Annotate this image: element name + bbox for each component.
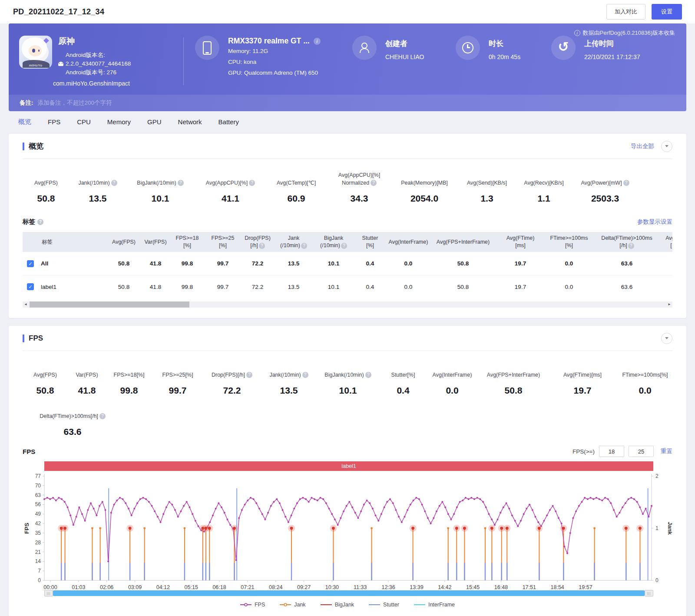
fps-point (288, 521, 289, 523)
tab-network[interactable]: Network (178, 118, 202, 126)
fps-chart-canvas[interactable]: 071421283542495663707701200:0001:0302:06… (23, 472, 672, 590)
settings-button[interactable]: 设置 (652, 4, 682, 20)
fps-point (238, 517, 240, 519)
help-icon[interactable]: ? (249, 180, 255, 186)
scroll-right-arrow[interactable]: ► (666, 301, 672, 308)
fps-point (180, 510, 182, 512)
table-hscroll-thumb[interactable] (30, 301, 189, 308)
help-icon[interactable]: ? (259, 243, 265, 249)
cell: 99.7 (205, 284, 241, 290)
checkbox-all[interactable]: ✓ (27, 260, 34, 267)
bigjank-marker (506, 527, 509, 530)
legend-jank[interactable]: Jank (280, 602, 305, 608)
device-cpu: CPU: kona (228, 56, 321, 67)
help-icon[interactable]: ? (111, 180, 117, 186)
fps-point (357, 517, 359, 519)
checkbox-label1[interactable]: ✓ (27, 283, 34, 290)
tab-gpu[interactable]: GPU (147, 118, 162, 126)
legend-interframe[interactable]: InterFrame (414, 602, 455, 608)
help-icon[interactable]: ? (99, 413, 106, 419)
table-hscrollbar[interactable]: ◄ ► (23, 301, 672, 308)
stat-label: Avg(Recv)[KB/s] (517, 171, 570, 187)
creator-label: 创建者 (385, 39, 424, 49)
fps-point (470, 497, 472, 499)
add-compare-button[interactable]: 加入对比 (606, 4, 645, 20)
legend-bigjank[interactable]: BigJank (321, 602, 354, 608)
cell: 41.8 (142, 260, 169, 267)
table-row-all[interactable]: ✓All50.841.899.899.772.213.510.10.40.050… (23, 252, 672, 275)
info-icon[interactable]: i (574, 30, 580, 36)
chart-scroll-track[interactable] (53, 590, 645, 596)
stat-avg-send-kb-s: Avg(Send)[KB/s]1.3 (457, 171, 517, 204)
param-display-settings-link[interactable]: 参数显示设置 (637, 218, 672, 226)
android-icon (58, 62, 63, 66)
stat-jank-10min: Jank(/10min)?13.5 (261, 363, 317, 396)
table-row-label1[interactable]: ✓label150.841.899.899.772.213.510.10.40.… (23, 275, 672, 298)
labels-help-icon[interactable]: ? (37, 219, 43, 225)
x-tick-label: 17:51 (523, 584, 536, 590)
bigjank-marker (625, 527, 628, 530)
labels-table-body: ✓All50.841.899.899.772.213.510.10.40.050… (23, 252, 672, 298)
stat-label: FPS>=18[%] (106, 363, 152, 379)
reset-link[interactable]: 重置 (661, 447, 672, 455)
bigjank-marker (490, 527, 493, 530)
fps-threshold-input-1[interactable] (599, 446, 624, 457)
fps-point (235, 559, 237, 561)
fps-point (590, 497, 592, 499)
collapse-overview-button[interactable] (661, 141, 672, 152)
cell: 99.8 (169, 260, 205, 267)
fps-point (55, 500, 57, 501)
help-icon[interactable]: ? (628, 243, 634, 249)
fps-point (343, 510, 344, 512)
collapse-fps-button[interactable] (661, 333, 672, 344)
tab-memory[interactable]: Memory (107, 118, 131, 126)
fps-point (183, 505, 185, 507)
fps-point (192, 513, 193, 515)
fps-point (348, 501, 350, 503)
bigjank-marker (639, 527, 642, 530)
tab-fps[interactable]: FPS (48, 118, 60, 126)
y-tick-label: 56 (35, 501, 41, 507)
app-package: com.miHoYo.GenshinImpact (53, 80, 131, 87)
tab-battery[interactable]: Battery (218, 118, 239, 126)
note-input[interactable]: 添加备注，不超过200个字符 (38, 99, 112, 107)
scroll-left-arrow[interactable]: ◄ (23, 301, 29, 308)
x-tick-label: 10:30 (325, 584, 339, 590)
fps-point (122, 498, 124, 500)
fps-point (369, 502, 371, 504)
fps-point (532, 509, 533, 511)
fps-point (444, 507, 446, 508)
stat-label: Jank(/10min)? (261, 363, 317, 379)
chart-scroll-right-handle[interactable]: ||| (645, 590, 653, 596)
help-icon[interactable]: ? (371, 180, 377, 186)
cell: 50.8 (106, 260, 142, 267)
help-icon[interactable]: ? (365, 372, 371, 378)
help-icon[interactable]: ? (302, 372, 308, 378)
fps-point (473, 498, 475, 500)
export-all-link[interactable]: 导出全部 (631, 142, 654, 150)
help-icon[interactable]: ? (178, 180, 184, 186)
legend-fps[interactable]: FPS (240, 602, 265, 608)
fps-threshold-input-2[interactable] (629, 446, 654, 457)
bigjank-marker (562, 527, 565, 530)
help-icon[interactable]: ? (623, 180, 629, 186)
help-icon[interactable]: ? (246, 372, 252, 378)
tab-概览[interactable]: 概览 (18, 118, 31, 126)
stat-label: Delta(FTime)>100ms[/h]? (23, 404, 122, 420)
fps-point (322, 498, 324, 500)
legend-stutter[interactable]: Stutter (369, 602, 399, 608)
fps-point (87, 509, 89, 511)
tab-cpu[interactable]: CPU (77, 118, 91, 126)
fps-point (398, 516, 400, 518)
jank-marker (184, 527, 186, 530)
help-icon[interactable]: ? (301, 243, 307, 249)
device-info-icon[interactable]: i (314, 38, 321, 45)
chart-scroll-left-handle[interactable]: ||| (44, 590, 53, 596)
fps-point (523, 513, 525, 515)
fps-point (61, 498, 63, 500)
fps-point (537, 521, 539, 523)
column-header-drop-fps: Drop(FPS)[/h]? (241, 235, 275, 249)
help-icon[interactable]: ? (341, 243, 347, 249)
y-tick-label: 77 (35, 473, 41, 479)
fps-point (601, 500, 603, 501)
